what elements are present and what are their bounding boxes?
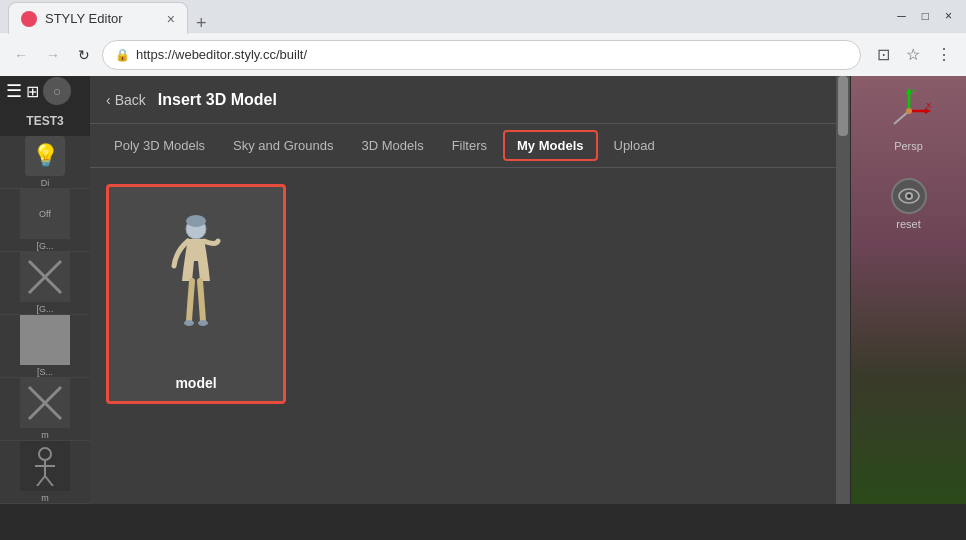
minimize-button[interactable]: ─	[891, 7, 912, 25]
svg-text:Y: Y	[911, 87, 917, 96]
gizmo-svg: X Y	[884, 86, 934, 136]
svg-point-4	[39, 448, 51, 460]
tab-label: STYLY Editor	[45, 11, 159, 26]
title-bar: STYLY Editor × + ─ □ ×	[0, 0, 966, 32]
tab-upload[interactable]: Upload	[602, 132, 667, 159]
maximize-button[interactable]: □	[916, 7, 935, 25]
panel-title: Insert 3D Model	[158, 91, 277, 109]
sidebar-label-m2: m	[41, 493, 49, 503]
nav-icons: ⊡ ☆ ⋮	[871, 41, 958, 68]
back-button[interactable]: ←	[8, 43, 34, 67]
cast-button[interactable]: ⊡	[871, 41, 896, 68]
sidebar-item-cross1[interactable]: [G...	[0, 252, 90, 315]
sidebar-label-di: Di	[41, 178, 50, 188]
tab-3dmodels[interactable]: 3D Models	[350, 132, 436, 159]
address-bar[interactable]: 🔒 https://webeditor.styly.cc/built/	[102, 40, 861, 70]
persp-label: Persp	[894, 140, 923, 152]
hamburger-button[interactable]: ☰	[6, 80, 22, 102]
forward-button[interactable]: →	[40, 43, 66, 67]
cross1-icon	[25, 257, 65, 297]
model-card[interactable]: model	[106, 184, 286, 404]
add-image-button[interactable]: ⊞	[26, 82, 39, 101]
sidebar-label-g2: [G...	[36, 304, 53, 314]
new-tab-button[interactable]: +	[188, 13, 215, 34]
reset-button[interactable]: reset	[891, 178, 927, 230]
model-grid: model	[106, 184, 834, 404]
sidebar-item-person[interactable]: m	[0, 441, 90, 504]
svg-point-12	[198, 320, 208, 326]
circle-button[interactable]: ○	[43, 77, 71, 105]
svg-point-19	[906, 108, 912, 114]
viewport: X Y Persp	[851, 76, 966, 504]
window-controls: ─ □ ×	[891, 7, 958, 25]
svg-point-23	[907, 194, 911, 198]
svg-line-7	[37, 476, 45, 486]
tab-bar: STYLY Editor × +	[8, 0, 215, 34]
gizmo: X Y	[884, 86, 934, 136]
viewport-controls: X Y Persp	[851, 86, 966, 230]
nav-bar: ← → ↻ 🔒 https://webeditor.styly.cc/built…	[0, 32, 966, 76]
back-chevron-icon: ‹	[106, 92, 111, 108]
tab-favicon	[21, 11, 37, 27]
sidebar-item-light[interactable]: 💡 Di	[0, 136, 90, 189]
sidebar-top: ☰ ⊞ ○	[0, 76, 90, 106]
model-preview	[109, 187, 283, 365]
close-button[interactable]: ×	[939, 7, 958, 25]
sidebar-label-m1: m	[41, 430, 49, 440]
address-text: https://webeditor.styly.cc/built/	[136, 47, 848, 62]
tab-skygrounds[interactable]: Sky and Grounds	[221, 132, 345, 159]
left-sidebar: ☰ ⊞ ○ TEST3 💡 Di Off [G... [G...	[0, 76, 90, 504]
tab-poly3d[interactable]: Poly 3D Models	[102, 132, 217, 159]
cross2-icon	[25, 383, 65, 423]
lock-icon: 🔒	[115, 48, 130, 62]
sidebar-item-off[interactable]: Off [G...	[0, 189, 90, 252]
back-label: Back	[115, 92, 146, 108]
light-icon: 💡	[25, 136, 65, 176]
sidebar-header: TEST3	[0, 106, 90, 136]
panel-tabs: Poly 3D Models Sky and Grounds 3D Models…	[90, 124, 850, 168]
browser-tab[interactable]: STYLY Editor ×	[8, 2, 188, 34]
main-content: ☰ ⊞ ○ TEST3 💡 Di Off [G... [G...	[0, 76, 966, 504]
svg-text:X: X	[926, 101, 932, 110]
svg-point-11	[184, 320, 194, 326]
sidebar-title: TEST3	[26, 114, 63, 128]
insert-panel: ‹ Back Insert 3D Model Poly 3D Models Sk…	[90, 76, 850, 504]
sidebar-label-g1: [G...	[36, 241, 53, 251]
svg-line-8	[45, 476, 53, 486]
scroll-thumb[interactable]	[838, 76, 848, 136]
model-figure-svg	[156, 211, 236, 341]
tab-filters[interactable]: Filters	[440, 132, 499, 159]
refresh-button[interactable]: ↻	[72, 43, 96, 67]
bookmark-button[interactable]: ☆	[900, 41, 926, 68]
model-label: model	[165, 365, 226, 401]
person-icon	[29, 446, 61, 486]
svg-point-10	[186, 215, 206, 227]
sidebar-item-grey[interactable]: [S...	[0, 315, 90, 378]
off-label: Off	[39, 209, 51, 219]
eye-icon	[891, 178, 927, 214]
reset-label: reset	[896, 218, 920, 230]
tab-mymodels[interactable]: My Models	[503, 130, 597, 161]
menu-button[interactable]: ⋮	[930, 41, 958, 68]
eye-svg	[898, 188, 920, 204]
sidebar-item-cross2[interactable]: m	[0, 378, 90, 441]
scroll-track[interactable]	[836, 76, 850, 504]
back-button[interactable]: ‹ Back	[106, 92, 146, 108]
panel-content: model	[90, 168, 850, 504]
sidebar-label-s: [S...	[37, 367, 53, 377]
panel-header: ‹ Back Insert 3D Model	[90, 76, 850, 124]
tab-close-btn[interactable]: ×	[167, 11, 175, 27]
